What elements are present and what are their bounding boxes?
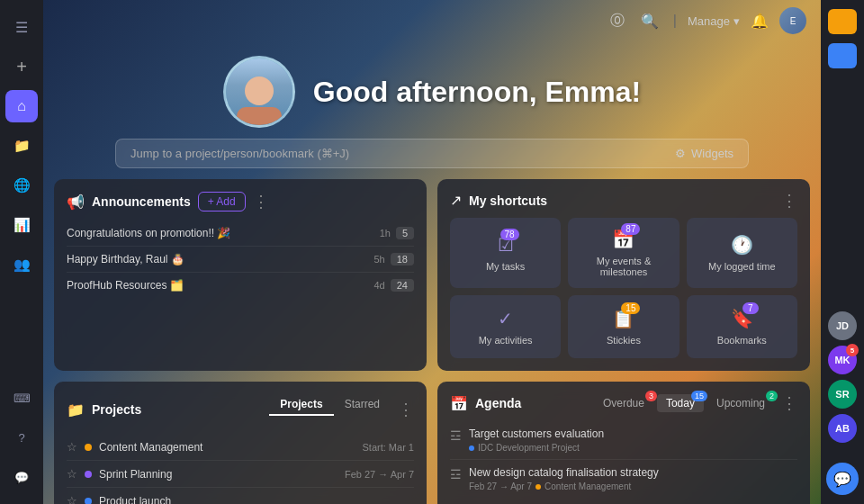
dashboard-grid: 📢 Announcements + Add ⋮ Congratulations …	[43, 179, 821, 504]
overdue-badge: 3	[645, 391, 657, 401]
announcement-count: 18	[391, 253, 414, 266]
list-item: ProofHub Resources 🗂️ 4d 24	[67, 273, 414, 298]
announcement-count: 5	[396, 227, 414, 239]
user-avatar[interactable]: E	[779, 7, 806, 34]
help-circle-icon[interactable]: ⓪	[605, 8, 630, 33]
agenda-more-icon[interactable]: ⋮	[781, 395, 797, 411]
manage-button[interactable]: Manage ▾	[688, 14, 740, 28]
bookmarks-badge: 7	[742, 302, 759, 314]
project-color-dot	[536, 484, 541, 490]
status-dot	[85, 444, 92, 451]
user-avatar-1[interactable]: JD	[828, 311, 857, 340]
help-icon[interactable]: ?	[5, 421, 38, 454]
list-item: ☲ New design catalog finalisation strate…	[450, 460, 797, 498]
people-icon[interactable]: 👥	[5, 248, 38, 281]
shortcuts-title: My shortcuts	[469, 194, 774, 208]
shortcuts-icon: ↗	[450, 192, 462, 209]
search-icon[interactable]: 🔍	[637, 8, 662, 33]
chat-icon[interactable]: 💬	[5, 461, 38, 493]
globe-icon[interactable]: 🌐	[5, 169, 38, 202]
announcement-count: 24	[391, 279, 414, 292]
user-avatar-4[interactable]: AB	[828, 414, 857, 443]
agenda-icon: 📅	[450, 395, 468, 412]
tasks-badge: 78	[500, 229, 519, 240]
menu-icon[interactable]: ☰	[5, 11, 38, 43]
project-date: Start: Mar 1	[363, 442, 414, 453]
shortcut-stickies[interactable]: 📋 15 Stickies	[568, 295, 679, 358]
user-avatar-2[interactable]: MK 5	[828, 346, 857, 374]
announcement-time: 5h	[374, 254, 385, 265]
projects-header: 📁 Projects Projects Starred ⋮	[67, 394, 414, 425]
task-check-icon: ☲	[450, 428, 462, 443]
project-name: Sprint Planning	[99, 468, 338, 481]
announcements-actions: + Add ⋮	[198, 192, 269, 212]
agenda-item-title: Target customers evaluation	[469, 428, 797, 440]
home-icon[interactable]: ⌂	[5, 90, 38, 122]
announcements-card: 📢 Announcements + Add ⋮ Congratulations …	[54, 179, 427, 371]
keyboard-icon[interactable]: ⌨	[5, 382, 38, 414]
announcements-header: 📢 Announcements + Add ⋮	[67, 192, 414, 212]
list-item: ☲ Target customers evaluation IDC Develo…	[450, 421, 797, 460]
greeting-text: Good afternoon, Emma!	[313, 76, 641, 109]
events-label: My events & milestones	[575, 256, 671, 277]
announcement-time: 1h	[380, 228, 391, 238]
shortcut-my-tasks[interactable]: ☑ 78 My tasks	[450, 218, 561, 288]
tab-starred[interactable]: Starred	[334, 394, 391, 416]
right-sidebar: JD MK 5 SR AB 💬	[821, 0, 864, 504]
list-item: Congratulations on promotion!! 🎉 1h 5	[67, 220, 414, 247]
projects-more-icon[interactable]: ⋮	[398, 401, 414, 418]
blue-widget-button[interactable]	[828, 43, 857, 68]
widgets-button[interactable]: ⚙ Widgets	[675, 147, 734, 160]
announcement-text: Congratulations on promotion!! 🎉	[67, 227, 374, 239]
status-dot	[85, 498, 92, 505]
project-color-dot	[469, 446, 474, 451]
star-icon[interactable]: ☆	[67, 467, 77, 481]
add-icon[interactable]: +	[5, 50, 38, 83]
announcement-text: Happy Birthday, Raul 🎂	[67, 253, 369, 266]
shortcuts-more-icon[interactable]: ⋮	[781, 193, 797, 209]
tab-today[interactable]: Today 15	[657, 394, 704, 412]
shortcut-bookmarks[interactable]: 🔖 7 Bookmarks	[687, 295, 797, 358]
left-sidebar: ☰ + ⌂ 📁 🌐 📊 👥 ⌨ ? 💬	[0, 0, 43, 504]
tab-overdue[interactable]: Overdue 3	[594, 394, 653, 412]
overdue-label: Overdue	[603, 397, 644, 410]
shortcuts-grid: ☑ 78 My tasks 📅 87 My events & milestone…	[450, 218, 797, 358]
folder-icon[interactable]: 📁	[5, 130, 38, 162]
search-bar[interactable]: Jump to a project/person/bookmark (⌘+J) …	[115, 139, 749, 168]
events-badge: 87	[621, 223, 640, 235]
list-item: ☆ Content Management Start: Mar 1	[67, 434, 414, 461]
shortcut-events[interactable]: 📅 87 My events & milestones	[568, 218, 679, 288]
activities-icon: ✓	[498, 308, 513, 329]
hero-avatar	[223, 56, 295, 128]
bookmarks-icon: 🔖 7	[731, 308, 753, 329]
widgets-label: Widgets	[691, 147, 734, 160]
yellow-widget-button[interactable]	[828, 9, 857, 34]
chart-icon[interactable]: 📊	[5, 209, 38, 241]
shortcut-logged-time[interactable]: 🕐 My logged time	[687, 218, 797, 288]
main-area: ⓪ 🔍 | Manage ▾ 🔔 E Good afternoon, Emma!…	[43, 0, 821, 504]
star-icon[interactable]: ☆	[67, 440, 77, 454]
user-avatar-3[interactable]: SR	[828, 380, 857, 409]
projects-tabs: Projects Starred	[269, 394, 391, 416]
agenda-tabs: Overdue 3 Today 15 Upcoming 2	[594, 394, 774, 412]
shortcut-activities[interactable]: ✓ My activities	[450, 295, 561, 358]
tab-projects[interactable]: Projects	[269, 394, 333, 416]
activities-label: My activities	[479, 335, 533, 346]
notification-icon[interactable]: 🔔	[747, 8, 772, 33]
agenda-header: 📅 Agenda Overdue 3 Today 15 Upcoming 2	[450, 394, 797, 412]
star-icon[interactable]: ☆	[67, 494, 77, 504]
project-name: Product launch	[99, 495, 407, 505]
announcement-text: ProofHub Resources 🗂️	[67, 279, 369, 292]
hero-section: Good afternoon, Emma!	[43, 41, 821, 139]
chat-button[interactable]: 💬	[826, 463, 859, 495]
announcements-more-icon[interactable]: ⋮	[253, 194, 269, 210]
notification-badge: 5	[846, 344, 859, 356]
announcements-icon: 📢	[67, 194, 85, 211]
upcoming-label: Upcoming	[716, 397, 765, 410]
agenda-item-project: IDC Development Project	[469, 443, 797, 453]
projects-title: Projects	[92, 402, 262, 417]
tab-upcoming[interactable]: Upcoming 2	[707, 394, 774, 412]
events-icon: 📅 87	[612, 229, 634, 250]
add-announcement-button[interactable]: + Add	[198, 192, 246, 212]
today-label: Today	[666, 397, 695, 410]
